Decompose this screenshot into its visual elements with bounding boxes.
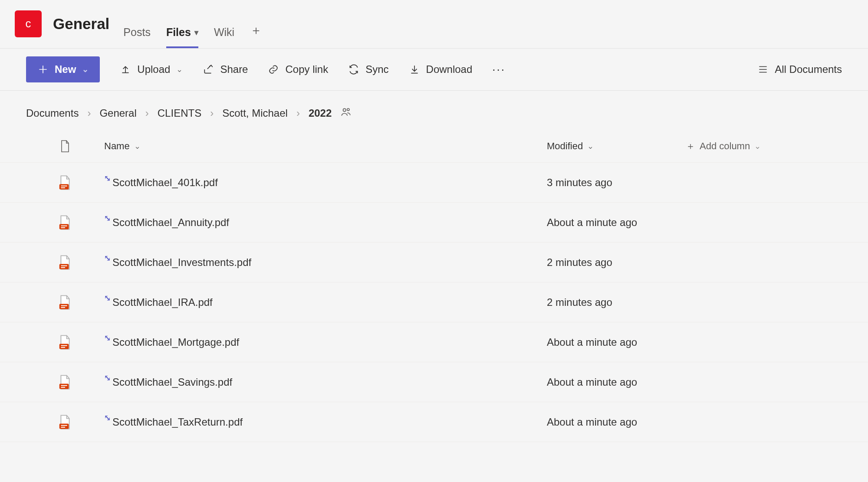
share-label: Share <box>220 63 248 75</box>
file-name[interactable]: ScottMichael_Investments.pdf <box>112 256 251 269</box>
add-column-label: Add column <box>700 141 750 152</box>
download-button[interactable]: Download <box>409 63 473 75</box>
new-file-indicator-icon: ⤡ <box>104 253 111 263</box>
file-name[interactable]: ScottMichael_Annuity.pdf <box>112 216 229 229</box>
share-icon <box>203 64 214 75</box>
channel-header: c General Posts Files ▾ Wiki ＋ <box>0 0 868 49</box>
file-type-icon <box>26 175 104 190</box>
breadcrumb-item[interactable]: General <box>99 107 136 119</box>
new-button[interactable]: New ⌄ <box>26 56 100 82</box>
svg-point-1 <box>347 108 349 111</box>
column-header-icon <box>26 140 104 153</box>
upload-label: Upload <box>137 63 170 75</box>
table-row[interactable]: ⤡ ScottMichael_401k.pdf 3 minutes ago <box>0 163 868 203</box>
more-actions-button[interactable]: ··· <box>492 63 506 76</box>
file-modified: About a minute ago <box>547 416 686 428</box>
file-name[interactable]: ScottMichael_IRA.pdf <box>112 296 213 308</box>
channel-tabs: Posts Files ▾ Wiki ＋ <box>123 5 262 48</box>
breadcrumb-item[interactable]: Scott, Michael <box>222 107 288 119</box>
table-row[interactable]: ⤡ ScottMichael_TaxReturn.pdf About a min… <box>0 402 868 442</box>
pdf-icon <box>59 374 72 390</box>
column-header-name-label: Name <box>104 141 130 152</box>
new-file-indicator-icon: ⤡ <box>104 293 111 303</box>
new-file-indicator-icon: ⤡ <box>104 413 111 423</box>
file-modified: About a minute ago <box>547 216 686 229</box>
chevron-right-icon: › <box>210 107 214 119</box>
chevron-down-icon: ⌄ <box>134 141 141 151</box>
column-header-modified[interactable]: Modified ⌄ <box>547 141 686 152</box>
table-row[interactable]: ⤡ ScottMichael_Mortgage.pdf About a minu… <box>0 322 868 362</box>
files-toolbar: New ⌄ Upload ⌄ Share Copy link Sync Down… <box>0 49 868 91</box>
pdf-icon <box>59 175 72 190</box>
copylink-label: Copy link <box>285 63 328 75</box>
file-modified: 2 minutes ago <box>547 256 686 269</box>
breadcrumb-item[interactable]: CLIENTS <box>158 107 201 119</box>
list-view-icon <box>757 64 769 75</box>
file-type-icon <box>26 374 104 390</box>
new-file-indicator-icon: ⤡ <box>104 174 111 183</box>
people-icon[interactable] <box>340 106 352 120</box>
table-row[interactable]: ⤡ ScottMichael_Annuity.pdf About a minut… <box>0 203 868 243</box>
file-name[interactable]: ScottMichael_Mortgage.pdf <box>112 336 239 348</box>
pdf-icon <box>59 255 72 270</box>
table-row[interactable]: ⤡ ScottMichael_IRA.pdf 2 minutes ago <box>0 282 868 322</box>
sync-button[interactable]: Sync <box>348 63 388 75</box>
pdf-icon <box>59 295 72 310</box>
file-name[interactable]: ScottMichael_TaxReturn.pdf <box>112 416 243 428</box>
table-row[interactable]: ⤡ ScottMichael_Savings.pdf About a minut… <box>0 362 868 402</box>
column-header-name[interactable]: Name ⌄ <box>104 141 547 152</box>
file-type-icon <box>26 215 104 230</box>
chevron-right-icon: › <box>87 107 91 119</box>
file-modified: About a minute ago <box>547 376 686 388</box>
breadcrumb-item-current: 2022 <box>309 107 332 119</box>
chevron-right-icon: › <box>145 107 149 119</box>
pdf-icon <box>59 414 72 430</box>
breadcrumb: Documents › General › CLIENTS › Scott, M… <box>0 91 868 130</box>
chevron-down-icon: ▾ <box>194 28 198 37</box>
add-column-button[interactable]: ＋ Add column ⌄ <box>686 140 842 153</box>
tab-files[interactable]: Files ▾ <box>166 26 198 48</box>
table-header: Name ⌄ Modified ⌄ ＋ Add column ⌄ <box>0 130 868 163</box>
file-type-icon <box>26 414 104 430</box>
share-button[interactable]: Share <box>203 63 248 75</box>
column-header-modified-label: Modified <box>547 141 583 152</box>
breadcrumb-item[interactable]: Documents <box>26 107 79 119</box>
pdf-icon <box>59 215 72 230</box>
sync-icon <box>348 64 359 75</box>
tab-posts[interactable]: Posts <box>123 26 151 48</box>
upload-button[interactable]: Upload ⌄ <box>120 63 183 75</box>
new-file-indicator-icon: ⤡ <box>104 213 111 223</box>
new-file-indicator-icon: ⤡ <box>104 333 111 343</box>
chevron-down-icon: ⌄ <box>82 65 89 74</box>
file-type-icon <box>26 295 104 310</box>
chevron-down-icon: ⌄ <box>754 141 761 151</box>
table-row[interactable]: ⤡ ScottMichael_Investments.pdf 2 minutes… <box>0 243 868 282</box>
download-label: Download <box>426 63 473 75</box>
file-name[interactable]: ScottMichael_Savings.pdf <box>112 376 232 388</box>
add-tab-button[interactable]: ＋ <box>250 22 262 48</box>
chevron-down-icon: ⌄ <box>587 141 594 151</box>
new-file-indicator-icon: ⤡ <box>104 373 111 383</box>
link-icon <box>268 64 279 75</box>
view-switcher[interactable]: All Documents <box>757 63 842 75</box>
file-modified: 3 minutes ago <box>547 177 686 189</box>
new-button-label: New <box>55 63 76 75</box>
plus-icon <box>37 64 49 75</box>
chevron-right-icon: › <box>296 107 300 119</box>
file-table: Name ⌄ Modified ⌄ ＋ Add column ⌄ ⤡ Scott… <box>0 130 868 442</box>
file-name[interactable]: ScottMichael_401k.pdf <box>112 177 218 189</box>
sync-label: Sync <box>365 63 388 75</box>
copylink-button[interactable]: Copy link <box>268 63 328 75</box>
file-type-icon <box>26 334 104 350</box>
team-avatar: c <box>15 10 42 37</box>
svg-point-0 <box>343 108 346 111</box>
download-icon <box>409 64 420 75</box>
chevron-down-icon: ⌄ <box>176 65 183 74</box>
plus-icon: ＋ <box>686 140 695 153</box>
file-modified: About a minute ago <box>547 336 686 348</box>
tab-wiki[interactable]: Wiki <box>214 26 234 48</box>
pdf-icon <box>59 334 72 350</box>
tab-files-label: Files <box>166 26 191 39</box>
view-label: All Documents <box>775 63 842 75</box>
file-modified: 2 minutes ago <box>547 296 686 308</box>
